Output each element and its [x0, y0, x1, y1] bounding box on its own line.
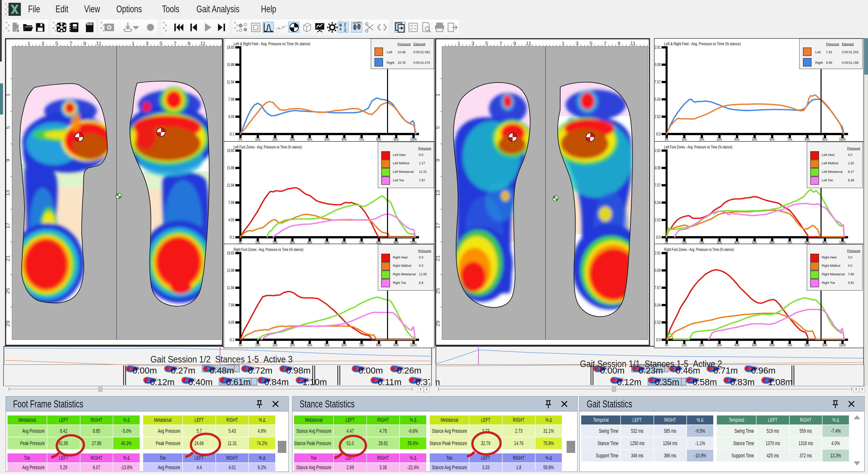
svg-text:12.83: 12.83	[419, 273, 427, 276]
svg-text:Left: Left	[815, 50, 821, 54]
svg-text:Pressure: Pressure	[398, 42, 411, 46]
svg-text:Left Toe: Left Toe	[393, 179, 404, 182]
svg-text:10%: 10%	[255, 343, 260, 347]
svg-text:Pressure: Pressure	[847, 249, 860, 253]
svg-text:1.62: 1.62	[848, 161, 854, 165]
svg-text:0.0: 0.0	[656, 235, 660, 240]
svg-text:12.61: 12.61	[654, 149, 660, 153]
svg-text:Right Foot Zones - Avg. Pressu: Right Foot Zones - Avg. Pressure vs Time…	[234, 247, 303, 252]
svg-text:2.52: 2.52	[654, 115, 660, 119]
svg-text:30%: 30%	[290, 137, 295, 141]
svg-text:7.57: 7.57	[654, 183, 660, 187]
svg-text:0:00:01.203: 0:00:01.203	[842, 51, 859, 54]
svg-text:100%: 100%	[410, 343, 417, 347]
svg-text:Pressure: Pressure	[418, 147, 431, 150]
svg-text:19.83: 19.83	[227, 251, 234, 255]
svg-text:0.0: 0.0	[848, 256, 852, 259]
svg-text:30%: 30%	[717, 137, 722, 141]
svg-text:Gait Session 1/2 Stances 1-5: Gait Session 1/2 Stances 1-5 Active 3	[150, 354, 292, 365]
svg-text:1: 1	[132, 40, 135, 46]
svg-text:Right Midfoot: Right Midfoot	[393, 264, 411, 267]
svg-text:0.12m: 0.12m	[617, 377, 641, 386]
svg-text:11: 11	[200, 40, 206, 46]
svg-text:5: 5	[159, 40, 162, 46]
svg-text:0%: 0%	[239, 137, 242, 141]
svg-text:11: 11	[630, 40, 636, 46]
svg-text:Right Toe: Right Toe	[393, 281, 406, 285]
svg-text:0.0: 0.0	[656, 338, 660, 342]
svg-text:20%: 20%	[699, 137, 704, 141]
svg-text:60%: 60%	[770, 343, 775, 347]
svg-text:7: 7	[174, 40, 177, 46]
svg-text:Elapsed: Elapsed	[413, 42, 425, 46]
svg-text:50%: 50%	[324, 137, 330, 141]
svg-text:50%: 50%	[752, 343, 757, 347]
svg-text:100%: 100%	[410, 137, 417, 141]
svg-text:5: 5	[485, 40, 488, 46]
svg-text:7.42: 7.42	[826, 51, 832, 54]
svg-text:15.88: 15.88	[227, 63, 234, 67]
svg-text:60%: 60%	[342, 137, 347, 141]
svg-text:Pressure: Pressure	[826, 42, 839, 46]
svg-text:10.78: 10.78	[398, 61, 405, 65]
svg-text:1: 1	[457, 40, 460, 46]
svg-text:5.82: 5.82	[848, 281, 854, 285]
svg-text:80%: 80%	[805, 137, 810, 141]
svg-text:Right: Right	[387, 61, 395, 65]
svg-text:60%: 60%	[770, 137, 775, 141]
svg-text:0.0: 0.0	[848, 153, 852, 157]
svg-text:15.88: 15.88	[227, 166, 234, 170]
svg-text:7.88: 7.88	[848, 273, 854, 276]
svg-text:0.0: 0.0	[419, 256, 423, 259]
svg-text:19.83: 19.83	[227, 45, 234, 50]
svg-text:12.61: 12.61	[654, 45, 660, 50]
svg-text:Elapsed: Elapsed	[842, 42, 854, 46]
svg-text:2.52: 2.52	[654, 218, 660, 222]
svg-text:10.09: 10.09	[654, 268, 660, 273]
svg-text:90%: 90%	[394, 137, 399, 141]
svg-text:Left Midfoot: Left Midfoot	[822, 161, 838, 165]
svg-text:Left Heel: Left Heel	[822, 153, 834, 157]
svg-text:Pressure: Pressure	[847, 147, 860, 150]
svg-text:11.94: 11.94	[227, 80, 234, 84]
svg-text:1.10m: 1.10m	[302, 377, 327, 386]
svg-text:10%: 10%	[682, 137, 687, 141]
svg-text:40%: 40%	[307, 343, 312, 347]
svg-text:5: 5	[589, 40, 592, 46]
svg-text:›: ›	[861, 386, 863, 392]
svg-text:5.04: 5.04	[654, 303, 660, 307]
svg-text:70%: 70%	[787, 137, 792, 141]
svg-text:7: 7	[603, 40, 607, 46]
svg-text:0%: 0%	[665, 343, 668, 347]
svg-text:40%: 40%	[734, 137, 739, 141]
svg-text:Right: Right	[815, 61, 823, 65]
svg-text:7.57: 7.57	[654, 286, 660, 290]
svg-text:10.48: 10.48	[398, 51, 405, 54]
svg-text:7.57: 7.57	[654, 80, 660, 84]
svg-text:Left & Right Feet - Avg. Press: Left & Right Feet - Avg. Pressure vs Tim…	[664, 42, 741, 46]
svg-text:5.04: 5.04	[654, 200, 660, 205]
svg-text:11: 11	[96, 40, 101, 46]
svg-text:90%: 90%	[822, 137, 827, 141]
svg-text:0%: 0%	[239, 343, 242, 347]
svg-text:‹: ‹	[420, 386, 422, 392]
svg-text:6.95: 6.95	[826, 61, 832, 65]
svg-text:‹: ‹	[855, 386, 857, 392]
svg-text:7.99: 7.99	[228, 97, 234, 101]
svg-text:0.61m: 0.61m	[226, 377, 250, 386]
svg-text:9: 9	[618, 40, 621, 46]
svg-text:›: ›	[426, 386, 428, 392]
svg-text:0.84m: 0.84m	[264, 377, 288, 386]
svg-text:4.05: 4.05	[228, 218, 234, 222]
svg-text:0:00:01.074: 0:00:01.074	[413, 61, 430, 65]
svg-text:1.08m: 1.08m	[768, 377, 793, 386]
svg-text:15.88: 15.88	[227, 268, 234, 273]
svg-text:0.0: 0.0	[848, 264, 852, 267]
svg-text:0:00:01.156: 0:00:01.156	[842, 61, 859, 65]
svg-text:0.1: 0.1	[230, 132, 234, 136]
svg-text:80%: 80%	[376, 137, 381, 141]
svg-text:0.0: 0.0	[656, 132, 660, 136]
svg-text:80%: 80%	[376, 343, 381, 347]
svg-text:Right Heel: Right Heel	[393, 256, 407, 259]
svg-text:Gait Session 1/1 Stances 1-5: Gait Session 1/1 Stances 1-5 Active 2	[580, 359, 722, 369]
